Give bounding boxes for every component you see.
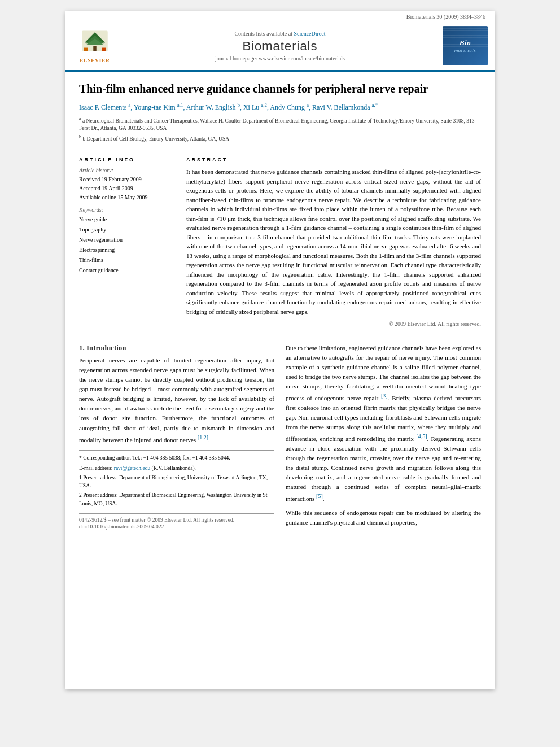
footer-issn: 0142-9612/$ – see front matter © 2009 El… — [79, 517, 234, 523]
article-info-abstract: ARTICLE INFO Article history: Received 1… — [79, 151, 481, 327]
article-info-label: ARTICLE INFO — [79, 157, 175, 163]
body-right-column: Due to these limitations, engineered gui… — [286, 343, 481, 532]
affiliation-b: b b Department of Cell Biology, Emory Un… — [79, 134, 481, 143]
footnote-1: 1 Present address: Department of Bioengi… — [79, 474, 274, 490]
abstract-label: ABSTRACT — [186, 157, 481, 163]
article-info-column: ARTICLE INFO Article history: Received 1… — [79, 157, 175, 327]
contents-text: Contents lists available at — [234, 30, 292, 37]
elsevier-tree-icon — [78, 28, 112, 56]
footnote-corresponding: * Corresponding author. Tel.: +1 404 385… — [79, 454, 274, 462]
journal-center: Contents lists available at ScienceDirec… — [117, 30, 443, 62]
article-title: Thin-film enhanced nerve guidance channe… — [79, 81, 481, 96]
article-history: Article history: Received 19 February 20… — [79, 167, 175, 202]
journal-title: Biomaterials — [117, 39, 443, 54]
authors-line: Isaac P. Clements a, Young-tae Kim a,1, … — [79, 102, 481, 112]
abstract-column: ABSTRACT It has been demonstrated that n… — [186, 157, 481, 327]
svg-rect-5 — [84, 48, 88, 51]
abstract-text: It has been demonstrated that nerve guid… — [186, 167, 481, 316]
journal-header: ELSEVIER Contents lists available at Sci… — [65, 21, 495, 71]
both-highlight: Both — [356, 252, 368, 259]
intro-paragraph-2: Due to these limitations, engineered gui… — [286, 343, 481, 504]
citation-text: Biomaterials 30 (2009) 3834–3846 — [406, 14, 485, 20]
science-direct-link[interactable]: ScienceDirect — [294, 30, 325, 37]
keywords-group: Keywords: Nerve guide Topography Nerve r… — [79, 207, 175, 276]
affiliation-a: a a Neurological Biomaterials and Cancer… — [79, 116, 481, 133]
intro-paragraph-1: Peripheral nerves are capable of limited… — [79, 356, 274, 444]
intro-paragraph-3: While this sequence of endogenous repair… — [286, 508, 481, 527]
footer-doi: doi:10.1016/j.biomaterials.2009.04.022 — [79, 524, 274, 530]
page-footer: 0142-9612/$ – see front matter © 2009 El… — [79, 513, 274, 523]
elsevier-logo: ELSEVIER — [72, 28, 117, 63]
received-date: Received 19 February 2009 Accepted 19 Ap… — [79, 175, 175, 202]
bio-logo-label: Bio — [460, 38, 471, 47]
svg-rect-6 — [102, 48, 106, 51]
biomaterials-logo: Bio materials — [443, 26, 488, 65]
introduction-heading: 1. Introduction — [79, 343, 274, 352]
email-link[interactable]: ravi@gatech.edu — [114, 465, 150, 471]
keywords-list: Nerve guide Topography Nerve regeneratio… — [79, 215, 175, 276]
body-content: 1. Introduction Peripheral nerves are ca… — [79, 343, 481, 532]
article-content: Thin-film enhanced nerve guidance channe… — [65, 72, 495, 541]
footnotes-section: * Corresponding author. Tel.: +1 404 385… — [79, 450, 274, 508]
copyright-text: © 2009 Elsevier Ltd. All rights reserved… — [186, 321, 481, 327]
containing-highlight: containing — [324, 168, 350, 175]
body-left-column: 1. Introduction Peripheral nerves are ca… — [79, 343, 274, 532]
elsevier-brand-text: ELSEVIER — [80, 58, 110, 63]
history-label: Article history: — [79, 167, 175, 173]
science-direct-line: Contents lists available at ScienceDirec… — [117, 30, 443, 37]
keywords-label: Keywords: — [79, 207, 175, 213]
article-page: Biomaterials 30 (2009) 3834–3846 ELSEVIE… — [65, 11, 495, 689]
footnote-2: 2 Present address: Department of Biomedi… — [79, 491, 274, 508]
journal-homepage: journal homepage: www.elsevier.com/locat… — [117, 55, 443, 62]
footnote-email: E-mail address: ravi@gatech.edu (R.V. Be… — [79, 464, 274, 472]
bio-logo-label2: materials — [454, 47, 476, 53]
citation-bar: Biomaterials 30 (2009) 3834–3846 — [65, 11, 495, 21]
svg-rect-1 — [93, 46, 96, 51]
